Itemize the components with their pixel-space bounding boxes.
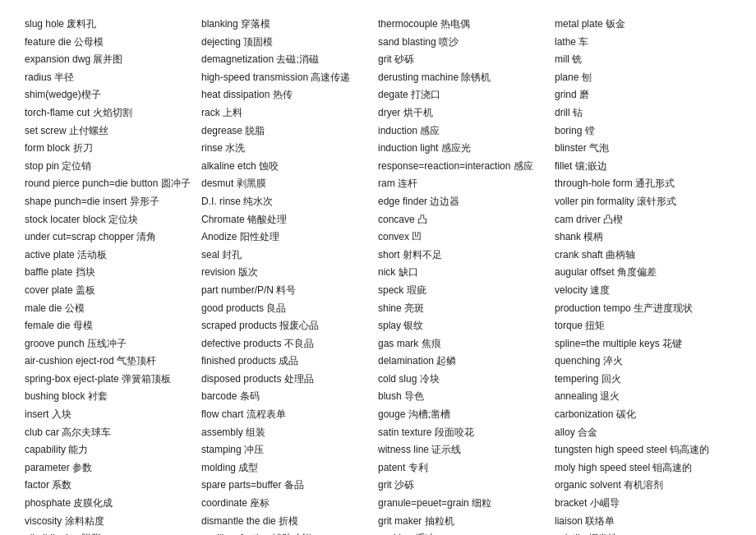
list-item: shim(wedge)楔子 bbox=[25, 87, 193, 103]
entry-text: witness line 证示线 bbox=[378, 444, 461, 455]
entry-text: alkaline etch 蚀咬 bbox=[201, 160, 279, 172]
list-item: gas mark 焦痕 bbox=[378, 336, 546, 352]
entry-text: assembly 组装 bbox=[201, 427, 265, 438]
entry-text: induction light 感应光 bbox=[378, 142, 471, 154]
entry-text: convex 凹 bbox=[378, 231, 422, 242]
entry-text: concave 凸 bbox=[378, 214, 427, 225]
entry-text: dejecting 顶固模 bbox=[201, 36, 273, 48]
list-item: short 射料不足 bbox=[378, 247, 546, 263]
entry-text: shank 模柄 bbox=[555, 231, 603, 242]
list-item: edge finder 边边器 bbox=[378, 194, 546, 210]
list-item: thermocouple 热电偶 bbox=[378, 16, 546, 32]
list-item: groove punch 压线冲子 bbox=[25, 336, 193, 352]
entry-text: lathe 车 bbox=[555, 36, 588, 48]
list-item: finished products 成品 bbox=[201, 353, 370, 369]
entry-text: through-hole form 通孔形式 bbox=[555, 178, 675, 189]
entry-text: carbonization 碳化 bbox=[555, 408, 636, 420]
list-item: expansion dwg 展并图 bbox=[25, 52, 193, 67]
entry-text: annealing 退火 bbox=[555, 390, 620, 402]
list-item: convex 凹 bbox=[378, 229, 546, 245]
list-item: flow chart 流程表单 bbox=[201, 407, 370, 422]
entry-text: satin texture 段面咬花 bbox=[378, 427, 474, 438]
list-item: derusting machine 除锈机 bbox=[378, 70, 546, 85]
list-item: male die 公模 bbox=[25, 301, 193, 316]
entry-text: female die 母模 bbox=[25, 320, 93, 331]
entry-text: feature die 公母模 bbox=[25, 36, 104, 48]
list-item: moly high speed steel 钼高速的 bbox=[555, 460, 723, 476]
list-item: dryer 烘干机 bbox=[378, 105, 546, 121]
list-item: revision 版次 bbox=[201, 265, 370, 280]
list-item: radius 半径 bbox=[25, 70, 193, 85]
list-item: part number/P/N 料号 bbox=[201, 283, 370, 298]
list-item: speck 瑕疵 bbox=[378, 283, 546, 298]
main-content: slug hole 废料孔feature die 公母模expansion dw… bbox=[25, 16, 731, 535]
entry-text: Anodize 阳性处理 bbox=[201, 231, 279, 242]
list-item: air-cushion eject-rod 气垫顶杆 bbox=[25, 353, 193, 369]
entry-text: flow chart 流程表单 bbox=[201, 408, 286, 420]
list-item: D.I. rinse 纯水次 bbox=[201, 194, 370, 210]
list-item: blush 导色 bbox=[378, 389, 546, 404]
list-item: boring 镗 bbox=[555, 123, 723, 139]
entry-text: molding 成型 bbox=[201, 462, 258, 473]
list-item: stop pin 定位销 bbox=[25, 159, 193, 174]
list-item: volatile 挥发性 bbox=[555, 531, 723, 535]
list-item: baffle plate 挡块 bbox=[25, 265, 193, 280]
list-item: parameter 参数 bbox=[25, 460, 193, 476]
list-item: cushion 缓冲 bbox=[378, 531, 546, 535]
entry-text: gouge 沟槽;凿槽 bbox=[378, 408, 450, 420]
list-item: production tempo 生产进度现状 bbox=[555, 301, 723, 316]
entry-text: dryer 烘干机 bbox=[378, 107, 433, 118]
entry-text: seal 封孔 bbox=[201, 249, 242, 261]
entry-text: sand blasting 喷沙 bbox=[378, 36, 459, 48]
entry-text: finished products 成品 bbox=[201, 355, 298, 367]
list-item: form block 折刀 bbox=[25, 141, 193, 156]
list-item: torque 扭矩 bbox=[555, 318, 723, 334]
entry-text: fillet 镶;嵌边 bbox=[555, 160, 607, 172]
entry-text: alloy 合金 bbox=[555, 427, 597, 438]
entry-text: degrease 脱脂 bbox=[201, 125, 265, 136]
list-item: cold slug 冷块 bbox=[378, 371, 546, 387]
list-item: organic solvent 有机溶剂 bbox=[555, 477, 723, 493]
list-item: through-hole form 通孔形式 bbox=[555, 176, 723, 191]
entry-text: defective products 不良品 bbox=[201, 338, 314, 349]
list-item: phosphate 皮膜化成 bbox=[25, 496, 193, 511]
list-item: round pierce punch=die button 圆冲子 bbox=[25, 176, 193, 191]
entry-text: crank shaft 曲柄轴 bbox=[555, 249, 635, 261]
list-item: disposed products 处理品 bbox=[201, 371, 370, 387]
entry-text: grind 磨 bbox=[555, 89, 589, 100]
entry-text: stop pin 定位销 bbox=[25, 160, 91, 172]
list-item: grind 磨 bbox=[555, 87, 723, 103]
entry-text: augular offset 角度偏差 bbox=[555, 266, 657, 278]
list-item: factor 系数 bbox=[25, 477, 193, 493]
entry-text: club car 高尔夫球车 bbox=[25, 427, 111, 438]
entry-text: blinster 气泡 bbox=[555, 142, 609, 154]
entry-text: liaison 联络单 bbox=[555, 515, 615, 527]
list-item: barcode 条码 bbox=[201, 389, 370, 404]
entry-text: organic solvent 有机溶剂 bbox=[555, 479, 663, 491]
list-item: liaison 联络单 bbox=[555, 514, 723, 529]
entry-text: blanking 穿落模 bbox=[201, 18, 270, 30]
entry-text: coordinate 座标 bbox=[201, 497, 270, 509]
entry-text: drill 钻 bbox=[555, 107, 583, 118]
entry-text: insert 入块 bbox=[25, 408, 71, 420]
list-item: induction light 感应光 bbox=[378, 141, 546, 156]
list-item: defective products 不良品 bbox=[201, 336, 370, 352]
list-item: grit maker 抽粒机 bbox=[378, 514, 546, 529]
entry-text: short 射料不足 bbox=[378, 249, 442, 261]
entry-text: quenching 淬火 bbox=[555, 355, 623, 367]
entry-text: shape punch=die insert 异形子 bbox=[25, 196, 159, 207]
list-item: ram 连杆 bbox=[378, 176, 546, 191]
list-item: alkaline etch 蚀咬 bbox=[201, 159, 370, 174]
list-item: assembly 组装 bbox=[201, 425, 370, 440]
entry-text: heat dissipation 热传 bbox=[201, 89, 293, 100]
list-item: stamping 冲压 bbox=[201, 442, 370, 458]
column-4: metal plate 钣金lathe 车mill 铣plane 刨grind … bbox=[555, 16, 731, 535]
entry-text: demagnetization 去磁;消磁 bbox=[201, 53, 319, 65]
entry-text: spring-box eject-plate 弹簧箱顶板 bbox=[25, 373, 171, 385]
entry-text: patent 专利 bbox=[378, 462, 428, 473]
entry-text: degate 打浇口 bbox=[378, 89, 440, 100]
list-item: shine 亮斑 bbox=[378, 301, 546, 316]
entry-text: nick 缺口 bbox=[378, 266, 418, 278]
list-item: gouge 沟槽;凿槽 bbox=[378, 407, 546, 422]
list-item: viscosity 涂料粘度 bbox=[25, 514, 193, 529]
